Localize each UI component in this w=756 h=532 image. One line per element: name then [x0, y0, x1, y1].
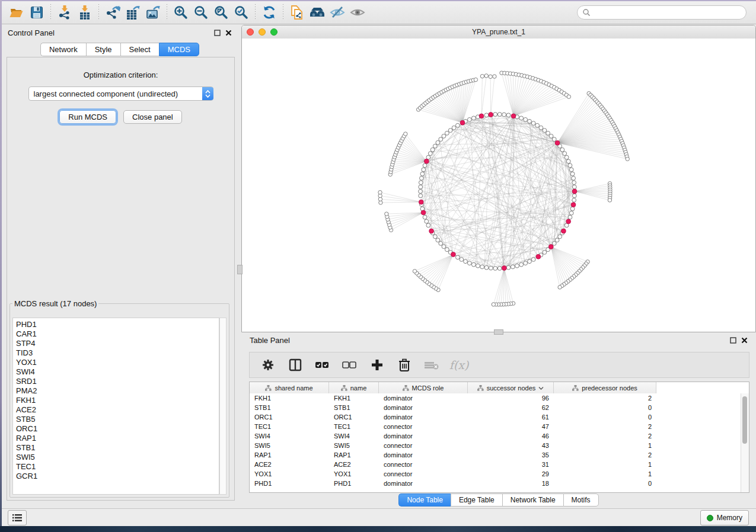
select-all-icon[interactable]: [315, 357, 330, 373]
cell-mcds_role: connector: [379, 441, 468, 450]
add-row-icon[interactable]: [369, 357, 385, 373]
zoom-in-icon[interactable]: [172, 4, 190, 21]
show-all-icon[interactable]: [349, 4, 366, 21]
list-item[interactable]: TID3: [16, 348, 219, 358]
search-input[interactable]: [577, 5, 747, 20]
optimization-criterion-label: Optimization criterion:: [7, 70, 234, 79]
cell-successor_nodes: 35: [468, 450, 554, 460]
duplicate-network-icon[interactable]: [288, 4, 306, 21]
cell-predecessor_nodes: 0: [554, 412, 656, 422]
search-text-field[interactable]: [591, 8, 741, 17]
cell-successor_nodes: 61: [468, 412, 554, 422]
column-header-MCDS-role[interactable]: MCDS role: [379, 382, 468, 393]
table-row[interactable]: RAP1RAP1dominator352: [250, 450, 741, 460]
cell-filler: [656, 450, 741, 460]
export-table-icon[interactable]: [124, 4, 142, 21]
column-type-icon: [265, 385, 272, 391]
list-item[interactable]: STB5: [16, 415, 219, 424]
network-window-titlebar[interactable]: YPA_prune.txt_1: [242, 25, 755, 39]
column-header-name[interactable]: name: [329, 382, 379, 393]
list-item[interactable]: FKH1: [16, 396, 219, 405]
network-canvas[interactable]: [242, 39, 755, 332]
table-row[interactable]: PHD1PHD1dominator180: [250, 479, 741, 488]
unselect-all-icon[interactable]: [342, 357, 358, 373]
run-mcds-button[interactable]: Run MCDS: [59, 110, 116, 124]
tab-style[interactable]: Style: [86, 43, 120, 56]
zoom-selected-icon[interactable]: [232, 4, 250, 21]
zoom-out-icon[interactable]: [192, 4, 210, 21]
tab-mcds[interactable]: MCDS: [159, 43, 199, 56]
cell-predecessor_nodes: 1: [554, 469, 656, 479]
cell-mcds_role: dominator: [379, 403, 468, 412]
column-header-shared-name[interactable]: shared name: [250, 382, 329, 393]
delete-rows-icon[interactable]: [397, 357, 412, 373]
show-columns-icon[interactable]: [288, 357, 303, 373]
column-header-successor-nodes[interactable]: successor nodes: [468, 382, 554, 393]
list-item[interactable]: ACE2: [16, 405, 219, 415]
settings-gear-icon[interactable]: [260, 357, 276, 373]
list-item[interactable]: YOX1: [16, 358, 219, 367]
table-row[interactable]: SWI5SWI5connector431: [250, 441, 741, 450]
table-row[interactable]: SWI4SWI4dominator462: [250, 431, 741, 441]
list-item[interactable]: STB1: [16, 443, 219, 453]
import-network-icon[interactable]: [56, 4, 74, 21]
close-panel-icon[interactable]: [741, 337, 748, 344]
tab-motifs[interactable]: Motifs: [563, 493, 599, 507]
table-tabs: Node TableEdge TableNetwork TableMotifs: [241, 493, 756, 507]
vertical-splitter-handle[interactable]: [237, 265, 243, 274]
table-row[interactable]: YOX1YOX1connector291: [250, 469, 741, 479]
list-item[interactable]: PMA2: [16, 386, 219, 396]
save-session-icon[interactable]: [28, 4, 46, 21]
export-network-icon[interactable]: [104, 4, 122, 21]
table-row[interactable]: FKH1FKH1dominator962: [250, 393, 741, 403]
cell-shared_name: ACE2: [250, 460, 329, 469]
cell-name: FKH1: [329, 393, 379, 403]
list-item[interactable]: STP4: [16, 339, 219, 348]
list-item[interactable]: CAR1: [16, 329, 219, 339]
table-row[interactable]: TEC1TEC1connector472: [250, 422, 741, 431]
status-bar: Memory: [2, 508, 756, 527]
list-item[interactable]: RAP1: [16, 434, 219, 443]
column-header-predecessor-nodes[interactable]: predecessor nodes: [554, 382, 656, 393]
list-item[interactable]: PHD1: [16, 320, 219, 329]
cell-filler: [656, 412, 741, 422]
tab-network-table[interactable]: Network Table: [502, 493, 563, 507]
tab-edge-table[interactable]: Edge Table: [451, 493, 502, 507]
scrollbar-thumb[interactable]: [742, 396, 747, 444]
cell-mcds_role: dominator: [379, 393, 468, 403]
mcds-result-scrollbar[interactable]: [219, 318, 227, 495]
horizontal-splitter-handle[interactable]: [494, 329, 503, 335]
tab-node-table[interactable]: Node Table: [398, 493, 451, 507]
float-panel-icon[interactable]: [730, 337, 736, 344]
list-item[interactable]: SWI4: [16, 367, 219, 377]
tab-select[interactable]: Select: [120, 43, 159, 56]
import-table-icon[interactable]: [76, 4, 94, 21]
export-image-icon[interactable]: [144, 4, 162, 21]
close-panel-button[interactable]: Close panel: [123, 110, 182, 124]
first-neighbors-icon[interactable]: [308, 4, 326, 21]
table-row[interactable]: ORC1ORC1dominator610: [250, 412, 741, 422]
memory-label: Memory: [717, 514, 742, 522]
list-item[interactable]: TEC1: [16, 462, 219, 472]
cell-mcds_role: dominator: [379, 479, 468, 488]
close-panel-icon[interactable]: [225, 30, 232, 36]
float-panel-icon[interactable]: [214, 30, 221, 36]
table-vertical-scrollbar[interactable]: [741, 393, 749, 492]
list-item[interactable]: SWI5: [16, 453, 219, 462]
tab-network[interactable]: Network: [40, 43, 86, 56]
open-file-icon[interactable]: [8, 4, 25, 21]
table-row[interactable]: ACE2ACE2connector311: [250, 460, 741, 469]
table-row[interactable]: STB1STB1dominator620: [250, 403, 741, 412]
list-item[interactable]: GCR1: [16, 472, 219, 481]
criterion-select[interactable]: largest connected component (undirected): [28, 86, 213, 101]
hide-selected-icon[interactable]: [328, 4, 346, 21]
list-item[interactable]: SRD1: [16, 377, 219, 386]
cell-shared_name: YOX1: [250, 469, 329, 479]
main-toolbar: [2, 1, 756, 24]
cell-successor_nodes: 29: [468, 469, 554, 479]
show-panels-menu-button[interactable]: [8, 510, 27, 525]
memory-button[interactable]: Memory: [700, 510, 749, 525]
refresh-network-icon[interactable]: [260, 4, 278, 21]
list-item[interactable]: ORC1: [16, 424, 219, 434]
zoom-fit-icon[interactable]: [212, 4, 230, 21]
